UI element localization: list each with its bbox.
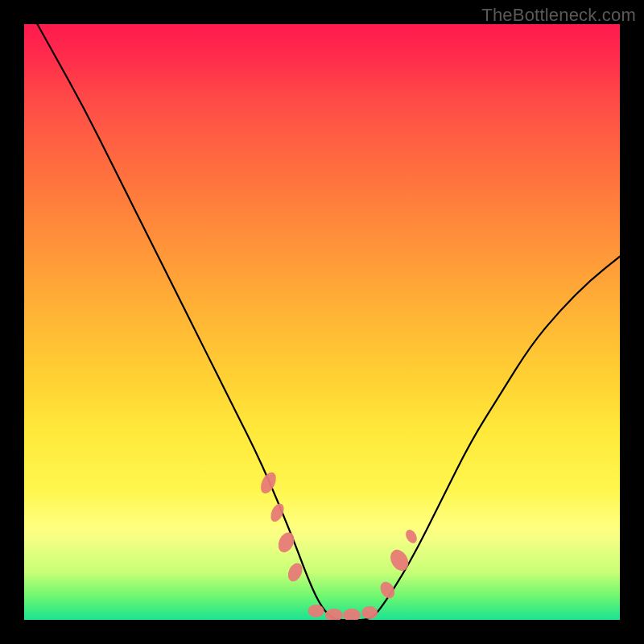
marker-blob [378, 579, 398, 601]
bottleneck-curve [24, 24, 620, 620]
marker-cluster [258, 470, 419, 620]
marker-blob [387, 547, 412, 574]
curve-layer [24, 24, 620, 620]
marker-blob [361, 606, 378, 619]
plot-area [24, 24, 620, 620]
watermark-text: TheBottleneck.com [481, 5, 636, 26]
curve-path [24, 24, 620, 620]
chart-frame: TheBottleneck.com [0, 0, 644, 644]
marker-blob [268, 502, 287, 524]
marker-blob [258, 470, 279, 496]
marker-blob [325, 609, 343, 620]
marker-blob [308, 605, 324, 617]
marker-blob [343, 609, 361, 620]
marker-blob [403, 528, 419, 546]
